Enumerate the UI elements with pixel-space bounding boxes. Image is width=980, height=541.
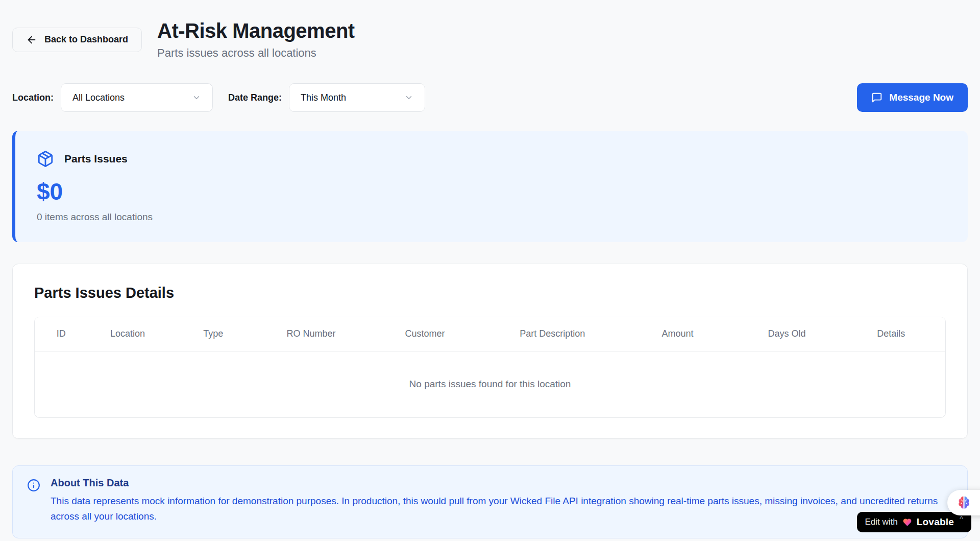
about-title: About This Data	[51, 477, 949, 489]
location-filter-label: Location:	[12, 92, 54, 103]
location-select[interactable]: All Locations	[61, 83, 213, 112]
summary-card-title: Parts Issues	[64, 153, 128, 165]
title-block: At-Risk Management Parts issues across a…	[157, 19, 355, 60]
back-button-label: Back to Dashboard	[44, 34, 128, 45]
edit-with-lovable-badge[interactable]: Edit with Lovable ^	[857, 512, 972, 532]
filter-toolbar: Location: All Locations Date Range: This…	[12, 83, 968, 112]
column-header-amount: Amount	[619, 317, 737, 351]
chevron-down-icon	[192, 93, 201, 102]
parts-issues-details-card: Parts Issues Details ID Location Type RO…	[12, 264, 968, 439]
lovable-badge-prefix: Edit with	[865, 517, 898, 527]
package-icon	[37, 150, 54, 168]
column-header-days-old: Days Old	[737, 317, 837, 351]
summary-caption: 0 items across all locations	[37, 211, 946, 223]
details-card-title: Parts Issues Details	[34, 285, 946, 301]
column-header-location: Location	[87, 317, 167, 351]
about-content: About This Data This data represents moc…	[51, 477, 949, 525]
back-to-dashboard-button[interactable]: Back to Dashboard	[12, 28, 142, 52]
collapse-caret[interactable]: ^	[960, 514, 963, 523]
message-now-label: Message Now	[889, 92, 953, 103]
info-icon	[27, 479, 40, 525]
about-this-data-card: About This Data This data represents moc…	[12, 465, 968, 538]
date-range-filter-label: Date Range:	[228, 92, 282, 103]
summary-amount: $0	[37, 178, 946, 205]
table-header-row: ID Location Type RO Number Customer Part…	[35, 317, 945, 351]
chevron-down-icon	[404, 93, 413, 102]
at-risk-management-page: Back to Dashboard At-Risk Management Par…	[0, 0, 980, 538]
page-title: At-Risk Management	[157, 19, 355, 42]
parts-issues-table: ID Location Type RO Number Customer Part…	[34, 317, 946, 418]
empty-state-message: No parts issues found for this location	[35, 351, 945, 417]
parts-issues-summary-card: Parts Issues $0 0 items across all locat…	[12, 131, 968, 242]
lovable-badge-brand: Lovable	[917, 516, 954, 528]
location-select-value: All Locations	[72, 92, 125, 103]
column-header-part-description: Part Description	[486, 317, 619, 351]
column-header-customer: Customer	[363, 317, 486, 351]
date-range-select-value: This Month	[301, 92, 346, 103]
page-subtitle: Parts issues across all locations	[157, 46, 355, 60]
heart-icon	[902, 518, 912, 527]
assistant-bubble[interactable]	[947, 490, 980, 515]
date-range-select[interactable]: This Month	[289, 83, 425, 112]
empty-state-row: No parts issues found for this location	[35, 351, 945, 417]
message-square-icon	[871, 92, 883, 103]
arrow-left-icon	[26, 34, 37, 45]
brain-icon	[955, 495, 972, 511]
about-body: This data represents mock information fo…	[51, 493, 949, 525]
message-now-button[interactable]: Message Now	[857, 83, 968, 112]
column-header-ro-number: RO Number	[259, 317, 363, 351]
column-header-id: ID	[35, 317, 87, 351]
column-header-type: Type	[167, 317, 258, 351]
column-header-details: Details	[837, 317, 945, 351]
page-header: Back to Dashboard At-Risk Management Par…	[12, 0, 968, 60]
